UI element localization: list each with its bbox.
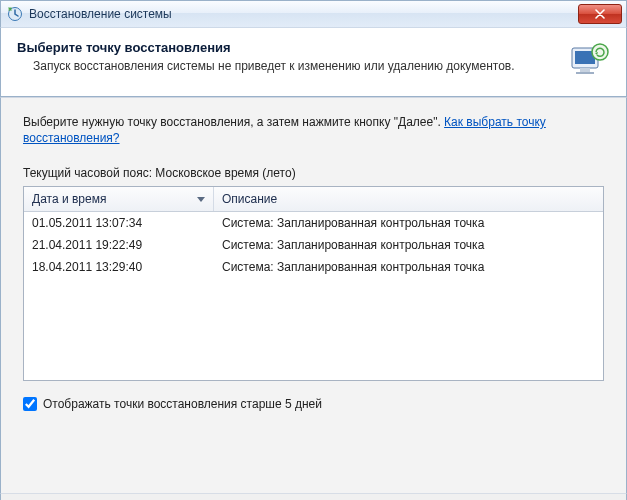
column-header-date-label: Дата и время [32,192,106,206]
show-older-checkbox[interactable] [23,397,37,411]
wizard-footer: < Назад Далее > Отмена [0,493,627,500]
column-header-date[interactable]: Дата и время [24,187,214,211]
header-banner: Выберите точку восстановления Запуск вос… [0,28,627,97]
column-header-description[interactable]: Описание [214,187,603,211]
timezone-label: Текущий часовой пояс: Московское время (… [23,166,604,180]
instruction-prefix: Выберите нужную точку восстановления, а … [23,115,444,129]
banner-title: Выберите точку восстановления [17,40,558,55]
svg-rect-3 [580,68,590,72]
table-header: Дата и время Описание [24,187,603,212]
main-panel: Выберите нужную точку восстановления, а … [0,97,627,493]
instruction-text: Выберите нужную точку восстановления, а … [23,114,604,146]
show-older-label[interactable]: Отображать точки восстановления старше 5… [43,397,322,411]
window-title: Восстановление системы [29,7,578,21]
svg-rect-4 [576,72,594,74]
titlebar: Восстановление системы [0,0,627,28]
cell-date: 18.04.2011 13:29:40 [24,258,214,276]
svg-point-5 [592,44,608,60]
banner-subtitle: Запуск восстановления системы не приведе… [17,59,558,73]
cell-description: Система: Запланированная контрольная точ… [214,236,603,254]
restore-points-table: Дата и время Описание 01.05.2011 13:07:3… [23,186,604,381]
close-button[interactable] [578,4,622,24]
table-row[interactable]: 01.05.2011 13:07:34Система: Запланирован… [24,212,603,234]
table-body: 01.05.2011 13:07:34Система: Запланирован… [24,212,603,278]
cell-date: 21.04.2011 19:22:49 [24,236,214,254]
cell-description: Система: Запланированная контрольная точ… [214,214,603,232]
show-older-checkbox-row: Отображать точки восстановления старше 5… [23,397,604,411]
table-row[interactable]: 21.04.2011 19:22:49Система: Запланирован… [24,234,603,256]
cell-description: Система: Запланированная контрольная точ… [214,258,603,276]
table-row[interactable]: 18.04.2011 13:29:40Система: Запланирован… [24,256,603,278]
banner-text: Выберите точку восстановления Запуск вос… [17,40,558,82]
system-restore-icon [568,40,610,82]
cell-date: 01.05.2011 13:07:34 [24,214,214,232]
close-icon [595,9,605,19]
restore-icon [7,6,23,22]
